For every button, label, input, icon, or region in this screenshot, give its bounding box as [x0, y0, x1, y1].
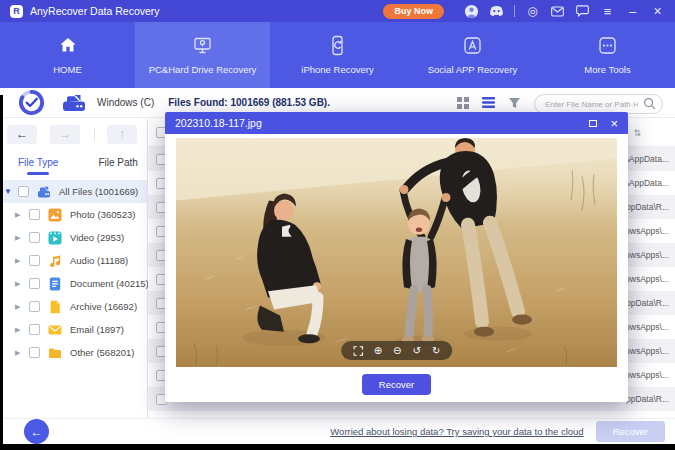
- tab-home[interactable]: HOME: [0, 22, 135, 88]
- discord-icon[interactable]: [489, 4, 504, 19]
- audio-icon: [48, 254, 62, 268]
- tree-item-all-files[interactable]: ▼ All Files (1001669): [0, 180, 147, 203]
- app-window: AnyRecover Data Recovery Buy Now: [0, 0, 675, 450]
- tab-label: Social APP Recovery: [428, 64, 518, 75]
- iphone-recovery-icon: [326, 33, 350, 57]
- expand-icon[interactable]: ▶: [15, 257, 26, 265]
- file-type-tree: ▼ All Files (1001669) ▶ Photo (360523): [0, 180, 147, 364]
- cloud-backup-link[interactable]: Worried about losing data? Try saving yo…: [330, 426, 583, 437]
- fullscreen-icon[interactable]: [353, 346, 363, 356]
- support-icon[interactable]: [525, 4, 540, 19]
- expand-icon[interactable]: ▶: [15, 303, 26, 311]
- tab-more-tools[interactable]: More Tools: [540, 22, 675, 88]
- tab-label: iPhone Recovery: [301, 64, 373, 75]
- tree-checkbox[interactable]: [29, 232, 40, 243]
- tree-item-video[interactable]: ▶ Video (2953): [0, 226, 147, 249]
- expand-icon[interactable]: ▶: [15, 234, 26, 242]
- document-icon: [48, 277, 62, 291]
- archive-icon: [48, 300, 62, 314]
- zoom-in-icon[interactable]: [374, 346, 382, 356]
- sidebar: File Type File Path ▼ All Files (1001669…: [0, 119, 148, 418]
- app-title: AnyRecover Data Recovery: [30, 5, 160, 17]
- tree-item-photo[interactable]: ▶ Photo (360523): [0, 203, 147, 226]
- account-icon[interactable]: [464, 4, 479, 19]
- expand-icon[interactable]: ▶: [15, 349, 26, 357]
- minimize-button[interactable]: [625, 4, 640, 19]
- photo-icon: [48, 208, 62, 222]
- toolbar-right: [457, 93, 663, 113]
- list-view-icon[interactable]: [482, 97, 495, 108]
- close-button[interactable]: [650, 4, 665, 19]
- sort-icon[interactable]: [633, 128, 641, 138]
- mail-icon[interactable]: [550, 4, 565, 19]
- recover-button[interactable]: Recover: [362, 374, 431, 395]
- collapse-icon[interactable]: ▼: [4, 187, 15, 196]
- expand-icon[interactable]: ▶: [15, 280, 26, 288]
- zoom-out-icon[interactable]: [393, 346, 401, 356]
- tree-item-other[interactable]: ▶ Other (568201): [0, 341, 147, 364]
- video-icon: [48, 231, 62, 245]
- tree-item-archive[interactable]: ▶ Archive (16692): [0, 295, 147, 318]
- tree-checkbox[interactable]: [29, 209, 40, 220]
- folder-icon: [48, 346, 62, 360]
- grid-view-icon[interactable]: [457, 97, 469, 109]
- feedback-icon[interactable]: [575, 4, 590, 19]
- tab-pc-hard-drive-recovery[interactable]: PC&Hard Drive Recovery: [135, 22, 270, 88]
- rotate-left-icon[interactable]: [413, 346, 421, 356]
- preview-modal-titlebar: 202310.18-117.jpg: [165, 112, 628, 134]
- sidebar-nav: [0, 119, 147, 149]
- drive-icon: [61, 92, 87, 114]
- screen-edge: [0, 95, 3, 444]
- tab-iphone-recovery[interactable]: iPhone Recovery: [270, 22, 405, 88]
- email-icon: [48, 323, 62, 337]
- app-logo-icon: [10, 5, 23, 18]
- tab-file-path[interactable]: File Path: [98, 149, 137, 176]
- titlebar-divider: [514, 5, 515, 17]
- tree-checkbox[interactable]: [29, 255, 40, 266]
- tree-item-audio[interactable]: ▶ Audio (11188): [0, 249, 147, 272]
- preview-filename: 202310.18-117.jpg: [175, 117, 262, 129]
- preview-modal: 202310.18-117.jpg: [165, 112, 628, 402]
- home-icon: [56, 33, 80, 57]
- forward-button[interactable]: [50, 125, 80, 144]
- filter-icon[interactable]: [508, 97, 521, 109]
- image-viewer-toolbar: [341, 341, 453, 360]
- tree-label: Photo (360523): [70, 209, 136, 220]
- bottom-bar: Worried about losing data? Try saving yo…: [0, 418, 675, 444]
- tree-checkbox[interactable]: [29, 347, 40, 358]
- family-photo: [176, 138, 617, 367]
- tree-label: Email (1897): [70, 324, 124, 335]
- tree-checkbox[interactable]: [18, 186, 29, 197]
- tree-checkbox[interactable]: [29, 278, 40, 289]
- tree-item-document[interactable]: ▶ Document (40215): [0, 272, 147, 295]
- tree-item-email[interactable]: ▶ Email (1897): [0, 318, 147, 341]
- social-app-recovery-icon: [461, 33, 485, 57]
- all-files-icon: [37, 185, 51, 199]
- tab-social-app-recovery[interactable]: Social APP Recovery: [405, 22, 540, 88]
- tab-label: PC&Hard Drive Recovery: [149, 64, 257, 75]
- tree-label: Document (40215): [70, 278, 149, 289]
- tree-label: Video (2953): [70, 232, 124, 243]
- tab-file-type[interactable]: File Type: [18, 149, 58, 176]
- more-tools-icon: [596, 33, 620, 57]
- tree-checkbox[interactable]: [29, 324, 40, 335]
- preview-modal-footer: Recover: [165, 367, 628, 402]
- recover-button-disabled[interactable]: Recover: [596, 421, 665, 442]
- buy-now-button[interactable]: Buy Now: [383, 4, 444, 19]
- nav-tabs: HOME PC&Hard Drive Recovery iPhone Recov…: [0, 22, 675, 88]
- tree-checkbox[interactable]: [29, 301, 40, 312]
- search-box: [534, 93, 663, 113]
- search-icon[interactable]: [643, 96, 656, 114]
- sidebar-tabs: File Type File Path: [0, 149, 147, 176]
- tree-label: Archive (16692): [70, 301, 137, 312]
- rotate-right-icon[interactable]: [432, 346, 440, 356]
- back-step-button[interactable]: [24, 419, 49, 444]
- back-button[interactable]: [7, 125, 37, 144]
- up-button[interactable]: [107, 125, 137, 144]
- expand-icon[interactable]: ▶: [15, 326, 26, 334]
- menu-icon[interactable]: [600, 4, 615, 19]
- drive-label: Windows (C): [97, 97, 154, 108]
- expand-icon[interactable]: ▶: [15, 211, 26, 219]
- close-preview-icon[interactable]: [610, 117, 618, 130]
- maximize-icon[interactable]: [589, 120, 597, 127]
